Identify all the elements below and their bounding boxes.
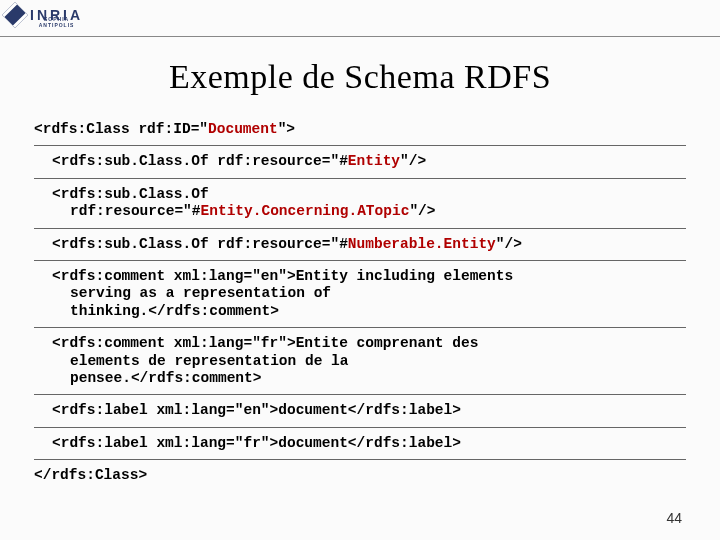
code-highlight: Entity.Concerning.ATopic <box>201 203 410 219</box>
logo-text: INRIA SOPHIA ANTIPOLIS <box>30 7 83 23</box>
code-line-subclass-topic: <rdfs:sub.Class.Of rdf:resource="#Entity… <box>34 179 686 229</box>
slide-title: Exemple de Schema RDFS <box>0 0 720 96</box>
code-text: "/> <box>400 153 426 169</box>
code-text: <rdfs:comment xml:lang="en">Entity inclu… <box>34 268 686 285</box>
header-divider <box>0 36 720 37</box>
inria-logo: INRIA SOPHIA ANTIPOLIS <box>6 6 83 24</box>
code-line-class-close: </rdfs:Class> <box>34 460 686 491</box>
code-text: </rdfs:Class> <box>34 467 147 483</box>
page-number: 44 <box>666 510 682 526</box>
code-text: <rdfs:sub.Class.Of rdf:resource="# <box>52 236 348 252</box>
code-text: <rdfs:sub.Class.Of rdf:resource="# <box>52 153 348 169</box>
code-text: <rdfs:label xml:lang="fr">document</rdfs… <box>34 435 686 452</box>
code-line-comment-fr: <rdfs:comment xml:lang="fr">Entite compr… <box>34 328 686 395</box>
code-text: elements de representation de la <box>34 353 686 370</box>
code-text: "/> <box>496 236 522 252</box>
code-highlight: Document <box>208 121 278 137</box>
code-line-comment-en: <rdfs:comment xml:lang="en">Entity inclu… <box>34 261 686 328</box>
code-text: pensee.</rdfs:comment> <box>34 370 686 387</box>
code-text: <rdfs:label xml:lang="en">document</rdfs… <box>34 402 686 419</box>
code-text: <rdfs:Class rdf:ID=" <box>34 121 208 137</box>
code-line-label-fr: <rdfs:label xml:lang="fr">document</rdfs… <box>34 428 686 460</box>
code-text: <rdfs:comment xml:lang="fr">Entite compr… <box>34 335 686 352</box>
logo-subtitle: SOPHIA ANTIPOLIS <box>30 16 83 28</box>
code-text: "> <box>278 121 295 137</box>
code-line-label-en: <rdfs:label xml:lang="en">document</rdfs… <box>34 395 686 427</box>
code-line-subclass-numberable: <rdfs:sub.Class.Of rdf:resource="#Number… <box>34 229 686 261</box>
logo-mark-icon <box>2 2 27 27</box>
code-highlight: Entity <box>348 153 400 169</box>
code-text: "/> <box>409 203 435 219</box>
code-highlight: Numberable.Entity <box>348 236 496 252</box>
code-text: rdf:resource="# <box>70 203 201 219</box>
code-text: serving as a representation of <box>34 285 686 302</box>
code-block: <rdfs:Class rdf:ID="Document"> <rdfs:sub… <box>0 114 720 491</box>
code-line-subclass-entity: <rdfs:sub.Class.Of rdf:resource="#Entity… <box>34 146 686 178</box>
code-text: thinking.</rdfs:comment> <box>34 303 686 320</box>
code-text: <rdfs:sub.Class.Of <box>34 186 686 203</box>
code-line-class-open: <rdfs:Class rdf:ID="Document"> <box>34 114 686 146</box>
